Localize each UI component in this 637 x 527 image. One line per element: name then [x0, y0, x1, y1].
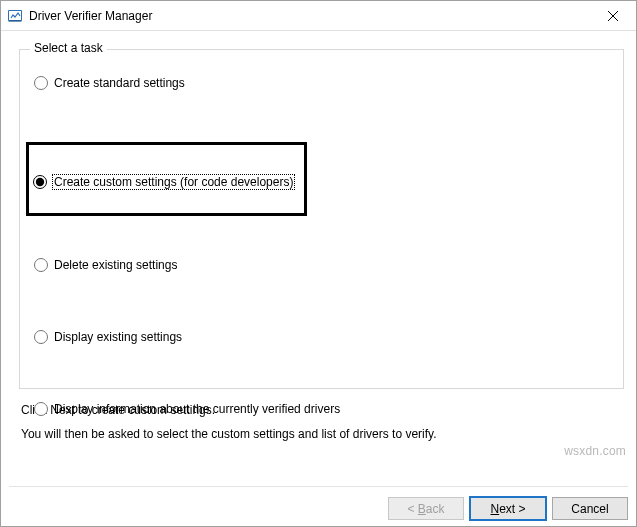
hint-line-2: You will then be asked to select the cus… — [21, 427, 624, 441]
option-display-info[interactable]: Display information about the currently … — [32, 398, 611, 420]
back-suffix: ack — [426, 502, 445, 516]
driver-verifier-window: Driver Verifier Manager Select a task Cr… — [0, 0, 637, 527]
label-display-info: Display information about the currently … — [54, 402, 340, 416]
close-button[interactable] — [590, 1, 636, 31]
radio-delete-existing[interactable] — [34, 258, 48, 272]
label-display-existing: Display existing settings — [54, 330, 182, 344]
option-delete-existing[interactable]: Delete existing settings — [32, 254, 611, 276]
wizard-button-bar: < Back Next > Cancel — [9, 486, 628, 520]
back-prefix: < — [407, 502, 417, 516]
label-create-custom: Create custom settings (for code develop… — [53, 175, 294, 189]
app-icon — [7, 8, 23, 24]
radio-display-existing[interactable] — [34, 330, 48, 344]
titlebar: Driver Verifier Manager — [1, 1, 636, 31]
cancel-button[interactable]: Cancel — [552, 497, 628, 520]
option-create-custom[interactable]: Create custom settings (for code develop… — [31, 171, 296, 193]
next-button[interactable]: Next > — [470, 497, 546, 520]
option-create-standard[interactable]: Create standard settings — [32, 72, 611, 94]
radio-create-standard[interactable] — [34, 76, 48, 90]
selected-option-highlight: Create custom settings (for code develop… — [26, 142, 307, 216]
radio-display-info[interactable] — [34, 402, 48, 416]
radio-create-custom[interactable] — [33, 175, 47, 189]
label-create-standard: Create standard settings — [54, 76, 185, 90]
svg-rect-2 — [9, 20, 22, 21]
back-mnemonic: B — [418, 502, 426, 516]
close-icon — [608, 11, 618, 21]
window-title: Driver Verifier Manager — [29, 9, 590, 23]
label-delete-existing: Delete existing settings — [54, 258, 177, 272]
next-mnemonic: N — [490, 502, 499, 516]
next-suffix: ext > — [499, 502, 525, 516]
option-display-existing[interactable]: Display existing settings — [32, 326, 611, 348]
cancel-label: Cancel — [571, 502, 608, 516]
content-area: Select a task Create standard settings C… — [1, 31, 636, 461]
task-groupbox: Select a task Create standard settings C… — [19, 49, 624, 389]
group-legend: Select a task — [30, 41, 107, 55]
back-button: < Back — [388, 497, 464, 520]
